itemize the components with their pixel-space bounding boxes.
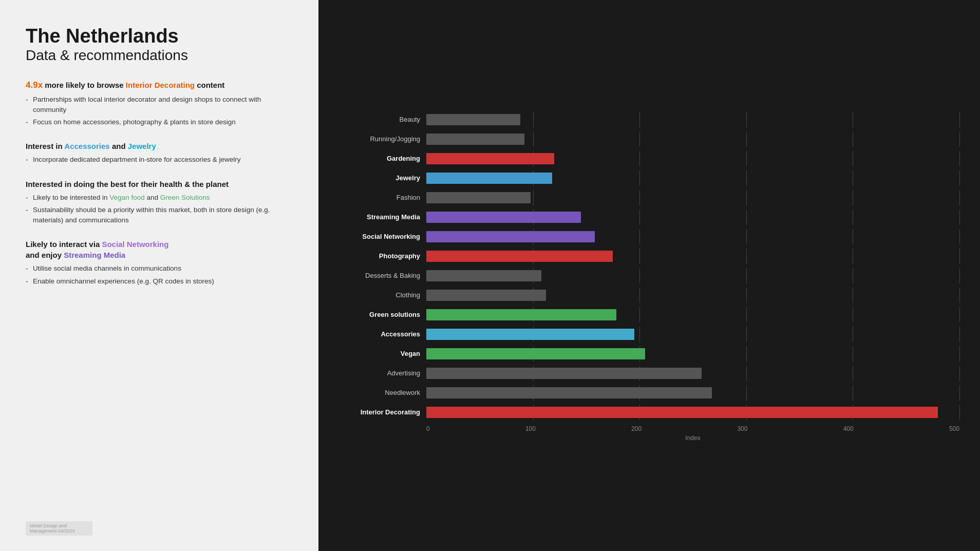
- bullet-item: Partnerships with local interior decorat…: [26, 94, 293, 116]
- chart-bar: [426, 134, 524, 145]
- chart-bar: [426, 309, 616, 320]
- chart-row: Running/Jogging: [329, 129, 959, 149]
- chart-label: Photography: [329, 252, 426, 260]
- highlight-interior-decorating: Interior Decorating: [126, 81, 195, 89]
- section-social-heading: Likely to interact via Social Networking…: [26, 239, 293, 260]
- chart-bar-area: [426, 348, 959, 359]
- chart-bar: [426, 192, 531, 203]
- bullet-item: Incorporate dedicated department in-stor…: [26, 155, 293, 165]
- chart-bar-area: [426, 290, 959, 301]
- chart-row: Advertising: [329, 364, 959, 383]
- chart-row: Jewelry: [329, 168, 959, 188]
- chart-row: Gardening: [329, 149, 959, 168]
- left-panel: The Netherlands Data & recommendations 4…: [0, 0, 318, 551]
- chart-row: Fashion: [329, 188, 959, 207]
- chart-row: Needlework: [329, 383, 959, 403]
- chart-bar: [426, 407, 938, 418]
- highlight-jewelry: Jewelry: [128, 142, 156, 150]
- x-axis-label: 300: [737, 425, 747, 432]
- chart-bar-area: [426, 173, 959, 184]
- x-axis-label: 500: [949, 425, 959, 432]
- chart-label: Accessories: [329, 330, 426, 338]
- main-title: The Netherlands: [26, 26, 293, 47]
- bullet-item: Utilise social media channels in communi…: [26, 263, 293, 274]
- chart-bar-area: [426, 368, 959, 379]
- chart-bar: [426, 173, 552, 184]
- sub-title: Data & recommendations: [26, 47, 293, 64]
- chart-bar: [426, 368, 702, 379]
- chart-row: Vegan: [329, 344, 959, 364]
- chart-bar-area: [426, 407, 959, 418]
- chart-bar-area: [426, 387, 959, 398]
- chart-bar-area: [426, 192, 959, 203]
- chart-label: Beauty: [329, 116, 426, 123]
- chart-row: Clothing: [329, 286, 959, 305]
- chart-bar: [426, 270, 541, 281]
- x-axis-labels: 0100200300400500: [426, 425, 959, 432]
- chart-row: Beauty: [329, 110, 959, 129]
- chart-row: Green solutions: [329, 305, 959, 325]
- chart-bar-area: [426, 251, 959, 262]
- chart-bar: [426, 114, 520, 125]
- chart-label: Running/Jogging: [329, 135, 426, 143]
- chart-label: Jewelry: [329, 174, 426, 182]
- highlight-streaming-media: Streaming Media: [64, 251, 125, 259]
- chart-label: Green solutions: [329, 311, 426, 318]
- chart-bar: [426, 387, 712, 398]
- chart-row: Desserts & Baking: [329, 266, 959, 286]
- bullet-item: Sustainability should be a priority with…: [26, 205, 293, 226]
- section-social-bullets: Utilise social media channels in communi…: [26, 263, 293, 287]
- chart-bar-area: [426, 231, 959, 242]
- chart-bar: [426, 290, 546, 301]
- chart-row: Streaming Media: [329, 207, 959, 227]
- chart-bar-area: [426, 114, 959, 125]
- chart-bar-area: [426, 212, 959, 223]
- chart-label: Vegan: [329, 350, 426, 357]
- highlight-social-networking: Social Networking: [102, 240, 168, 249]
- chart-bar-area: [426, 309, 959, 320]
- chart-label: Desserts & Baking: [329, 272, 426, 279]
- chart-bar: [426, 348, 645, 359]
- chart-bar: [426, 231, 595, 242]
- chart-row: Social Networking: [329, 227, 959, 246]
- chart-bar: [426, 153, 554, 164]
- section-interior-heading: 4.9x more likely to browse Interior Deco…: [26, 79, 293, 91]
- section-interior: 4.9x more likely to browse Interior Deco…: [26, 79, 293, 130]
- x-axis-label: 0: [426, 425, 430, 432]
- chart-row: Accessories: [329, 325, 959, 344]
- section-social: Likely to interact via Social Networking…: [26, 239, 293, 289]
- chart-label: Fashion: [329, 194, 426, 201]
- chart-rows: BeautyRunning/JoggingGardeningJewelryFas…: [329, 110, 959, 422]
- chart-bar: [426, 212, 581, 223]
- chart-bar-area: [426, 270, 959, 281]
- highlight-vegan: Vegan food: [109, 194, 144, 201]
- bullet-item: Enable omnichannel experiences (e.g. QR …: [26, 276, 293, 287]
- section-accessories: Interest in Accessories and Jewelry Inco…: [26, 141, 293, 167]
- section-health-heading: Interested in doing the best for their h…: [26, 179, 293, 189]
- chart-label: Gardening: [329, 155, 426, 162]
- chart-label: Streaming Media: [329, 213, 426, 221]
- chart-label: Social Networking: [329, 233, 426, 240]
- chart-bar-area: [426, 134, 959, 145]
- index-label: Index: [426, 434, 959, 442]
- highlight-accessories: Accessories: [64, 142, 109, 150]
- bullet-item: Likely to be interested in Vegan food an…: [26, 193, 293, 203]
- chart-label: Interior Decorating: [329, 408, 426, 416]
- chart-bar: [426, 329, 634, 340]
- chart-bar-area: [426, 329, 959, 340]
- chart-label: Needlework: [329, 389, 426, 396]
- x-axis-label: 200: [631, 425, 642, 432]
- chart-row: Photography: [329, 246, 959, 266]
- chart-label: Clothing: [329, 291, 426, 299]
- section-health-bullets: Likely to be interested in Vegan food an…: [26, 193, 293, 226]
- section-health: Interested in doing the best for their h…: [26, 179, 293, 228]
- section-accessories-bullets: Incorporate dedicated department in-stor…: [26, 155, 293, 165]
- bullet-item: Focus on home accessories, photography &…: [26, 117, 293, 127]
- x-axis-label: 100: [525, 425, 536, 432]
- chart-row: Interior Decorating: [329, 403, 959, 422]
- chart-label: Advertising: [329, 369, 426, 377]
- chart-bar-area: [426, 153, 959, 164]
- x-axis-label: 400: [843, 425, 854, 432]
- section-accessories-heading: Interest in Accessories and Jewelry: [26, 141, 293, 151]
- chart-bar: [426, 251, 613, 262]
